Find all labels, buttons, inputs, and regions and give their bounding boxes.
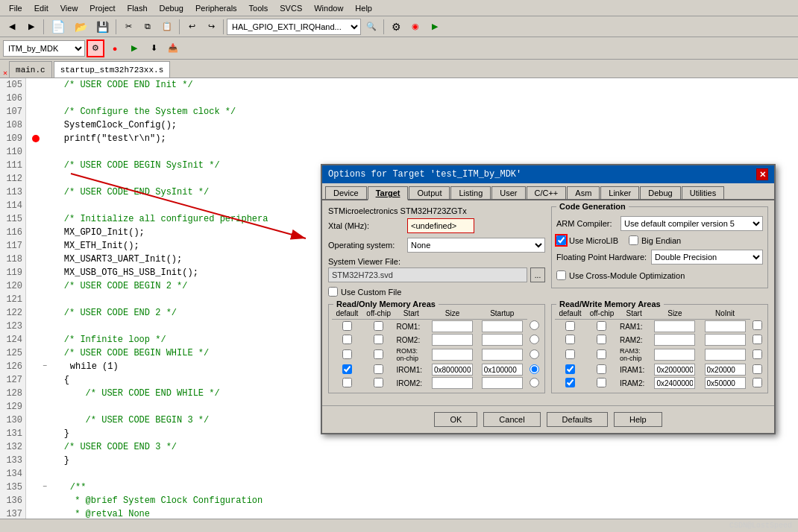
defaults-button[interactable]: Defaults bbox=[547, 412, 608, 427]
back-button[interactable]: ◀ bbox=[3, 18, 21, 36]
ram1-offchip[interactable] bbox=[597, 321, 606, 331]
ram2-default[interactable] bbox=[565, 335, 575, 344]
ram3-default[interactable] bbox=[565, 349, 575, 359]
dialog-tab-listing[interactable]: Listing bbox=[450, 186, 491, 199]
ram1-noinit[interactable] bbox=[753, 320, 762, 330]
target-options-btn[interactable]: ⚙ bbox=[87, 39, 104, 57]
undo-button[interactable]: ↩ bbox=[183, 18, 201, 36]
rom3-start[interactable] bbox=[432, 349, 473, 361]
os-select[interactable]: None bbox=[407, 238, 545, 253]
irom1-size[interactable] bbox=[482, 364, 523, 376]
dialog-tab-debug[interactable]: Debug bbox=[640, 186, 680, 199]
rom3-size[interactable] bbox=[482, 349, 523, 361]
menu-help[interactable]: Help bbox=[349, 2, 378, 14]
iram2-size[interactable] bbox=[705, 377, 746, 389]
irom2-size[interactable] bbox=[482, 377, 523, 389]
menu-svcs[interactable]: SVCS bbox=[274, 2, 308, 14]
viewer-file-browse[interactable]: ... bbox=[530, 267, 545, 282]
ram2-noinit[interactable] bbox=[753, 335, 762, 344]
rom1-startup[interactable] bbox=[530, 320, 539, 330]
forward-button[interactable]: ▶ bbox=[22, 18, 40, 36]
irom1-default[interactable] bbox=[342, 364, 352, 374]
cut-button[interactable]: ✂ bbox=[119, 18, 137, 36]
ram1-start[interactable] bbox=[654, 320, 695, 332]
rom1-start[interactable] bbox=[432, 320, 473, 332]
paste-button[interactable]: 📋 bbox=[158, 18, 176, 36]
rom1-offchip[interactable] bbox=[374, 321, 383, 331]
dialog-tab-user[interactable]: User bbox=[491, 186, 525, 199]
cross-module-checkbox[interactable] bbox=[556, 270, 566, 280]
download2-btn[interactable]: 📥 bbox=[164, 39, 182, 57]
iram2-start[interactable] bbox=[654, 377, 695, 389]
ram3-start[interactable] bbox=[654, 349, 695, 361]
iram2-default[interactable] bbox=[565, 378, 575, 387]
dialog-tab-device[interactable]: Device bbox=[325, 186, 367, 199]
ram2-offchip[interactable] bbox=[597, 335, 606, 344]
download-btn[interactable]: ⬇ bbox=[145, 39, 163, 57]
ram1-size[interactable] bbox=[705, 320, 746, 332]
file-combo[interactable]: HAL_GPIO_EXTI_IRQHand... bbox=[227, 19, 361, 35]
irom1-offchip[interactable] bbox=[374, 364, 383, 374]
new-button[interactable]: 📄 bbox=[47, 18, 69, 36]
rom3-offchip[interactable] bbox=[374, 349, 383, 359]
rebuild-btn[interactable]: ▶ bbox=[125, 39, 143, 57]
rom3-startup[interactable] bbox=[530, 349, 539, 359]
collapse-icon[interactable]: − bbox=[43, 481, 47, 494]
ok-button[interactable]: OK bbox=[434, 412, 477, 427]
rom3-default[interactable] bbox=[342, 349, 352, 359]
dialog-tab-output[interactable]: Output bbox=[409, 186, 450, 199]
copy-button[interactable]: ⧉ bbox=[139, 18, 157, 36]
debug-btn[interactable]: ◉ bbox=[406, 18, 424, 36]
ram2-start[interactable] bbox=[654, 334, 695, 346]
menu-tools[interactable]: Tools bbox=[243, 2, 274, 14]
close-x[interactable]: ✕ bbox=[3, 69, 7, 77]
tab-main-c[interactable]: main.c bbox=[9, 61, 52, 77]
ram3-size[interactable] bbox=[705, 349, 746, 361]
microlib-checkbox[interactable] bbox=[556, 235, 566, 245]
dialog-tab-asm[interactable]: Asm bbox=[567, 186, 600, 199]
menu-project[interactable]: Project bbox=[84, 2, 121, 14]
xtal-input[interactable] bbox=[407, 218, 474, 233]
ram3-offchip[interactable] bbox=[597, 349, 606, 359]
iram1-noinit[interactable] bbox=[753, 364, 762, 374]
search-icon-btn[interactable]: 🔍 bbox=[362, 18, 380, 36]
project-combo[interactable]: ITM_by_MDK bbox=[3, 40, 85, 57]
iram2-noinit[interactable] bbox=[753, 378, 762, 387]
build-target-btn[interactable]: ● bbox=[106, 39, 124, 57]
run-btn[interactable]: ▶ bbox=[426, 18, 444, 36]
iram1-default[interactable] bbox=[565, 364, 575, 374]
help-button[interactable]: Help bbox=[614, 412, 662, 427]
menu-debug[interactable]: Debug bbox=[154, 2, 189, 14]
menu-view[interactable]: View bbox=[54, 2, 84, 14]
ram2-size[interactable] bbox=[705, 334, 746, 346]
iram1-offchip[interactable] bbox=[597, 364, 606, 374]
dialog-tab-utilities[interactable]: Utilities bbox=[682, 186, 724, 199]
rom1-size[interactable] bbox=[482, 320, 523, 332]
rom2-size[interactable] bbox=[482, 334, 523, 346]
custom-file-checkbox[interactable] bbox=[328, 287, 338, 297]
menu-peripherals[interactable]: Peripherals bbox=[189, 2, 243, 14]
menu-flash[interactable]: Flash bbox=[122, 2, 154, 14]
iram1-start[interactable] bbox=[654, 364, 695, 376]
save-button[interactable]: 💾 bbox=[92, 18, 113, 36]
ram1-default[interactable] bbox=[565, 321, 575, 331]
dialog-close-button[interactable]: ✕ bbox=[756, 168, 768, 180]
rom2-start[interactable] bbox=[432, 334, 473, 346]
iram1-size[interactable] bbox=[705, 364, 746, 376]
irom1-startup[interactable] bbox=[530, 364, 539, 374]
irom1-start[interactable] bbox=[432, 364, 473, 376]
tab-startup[interactable]: startup_stm32h723xx.s bbox=[54, 61, 171, 77]
irom2-offchip[interactable] bbox=[374, 378, 383, 387]
rom1-default[interactable] bbox=[342, 321, 352, 331]
open-button[interactable]: 📂 bbox=[71, 18, 91, 36]
iram2-offchip[interactable] bbox=[597, 378, 606, 387]
irom2-start[interactable] bbox=[432, 377, 473, 389]
float-hw-select[interactable]: Double Precision bbox=[651, 250, 763, 265]
collapse-icon[interactable]: − bbox=[43, 360, 47, 373]
redo-button[interactable]: ↪ bbox=[202, 18, 220, 36]
irom2-default[interactable] bbox=[342, 378, 352, 387]
dialog-tab-cpp[interactable]: C/C++ bbox=[527, 186, 567, 199]
dialog-tab-target[interactable]: Target bbox=[368, 186, 409, 200]
dialog-tab-linker[interactable]: Linker bbox=[600, 186, 639, 199]
menu-edit[interactable]: Edit bbox=[28, 2, 54, 14]
